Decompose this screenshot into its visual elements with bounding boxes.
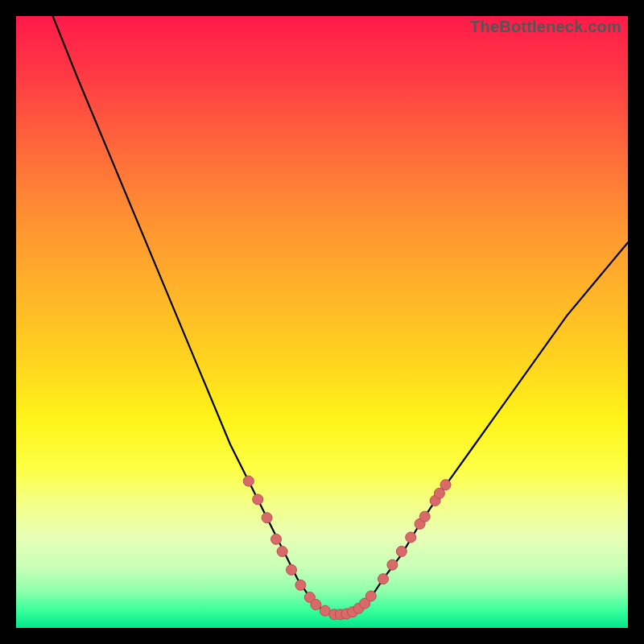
marker-group — [243, 476, 451, 620]
curve-marker — [311, 600, 321, 610]
curve-marker — [419, 511, 430, 522]
curve-marker — [253, 494, 263, 505]
curve-marker — [387, 559, 398, 570]
curve-marker — [243, 476, 254, 486]
curve-marker — [440, 480, 451, 490]
curve-marker — [287, 564, 297, 575]
bottleneck-curve-svg — [16, 16, 628, 628]
curve-marker — [365, 591, 376, 601]
watermark-text: TheBottleneck.com — [470, 18, 621, 36]
plot-area — [16, 16, 628, 628]
chart-frame: TheBottleneck.com — [0, 0, 644, 644]
curve-marker — [271, 534, 282, 544]
bottleneck-curve-path — [53, 16, 628, 616]
curve-marker — [396, 547, 407, 557]
curve-marker — [277, 547, 287, 557]
curve-marker — [295, 580, 306, 590]
curve-marker — [406, 532, 416, 543]
curve-marker — [378, 574, 389, 584]
curve-marker — [262, 513, 272, 523]
